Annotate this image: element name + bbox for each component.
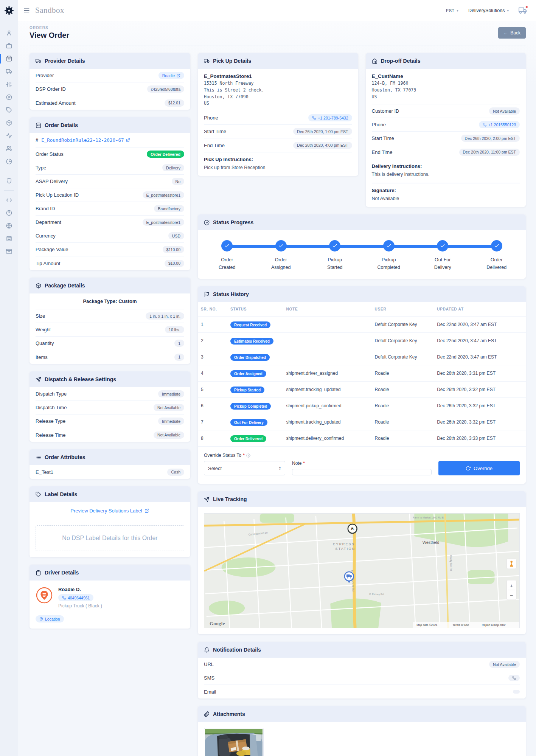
sidebar-item-truck[interactable] [0,65,18,78]
map-report-link[interactable]: Report a map error [482,623,506,627]
row-label: Start Time [372,135,394,141]
archive-icon [6,248,12,255]
check-icon [386,243,392,248]
timezone-dropdown[interactable]: EST ▾ [446,8,458,13]
sidebar-item-pie-chart[interactable] [0,155,18,168]
sidebar-item-archive[interactable] [0,245,18,258]
org-dropdown[interactable]: DeliverySolutions ▾ [468,8,509,13]
driver-phone-link[interactable]: 4049644961 [58,594,93,601]
row-label: Package Value [36,247,68,252]
delivery-notifications-button[interactable] [519,6,527,15]
row-label: DSP Order ID [36,86,66,92]
sidebar-item-compass[interactable] [0,91,18,104]
driver-marker[interactable]: -R- [348,524,357,533]
logo-icon [5,6,14,15]
override-status-select[interactable]: Select ▲▼ [204,461,285,475]
orders-bag-icon [6,56,12,62]
sidebar-item-user[interactable] [0,26,18,39]
truck-icon [36,58,41,64]
step-check-circle [275,240,287,251]
status-badge: Pickup Started [230,387,264,393]
preview-label-link[interactable]: Preview Delivery Solutions Label [70,508,149,514]
dispatch-release-card: Dispatch & Release Settings Dispatch Typ… [30,371,190,442]
integrations-icon [6,236,12,242]
detail-row: DepartmentE_postmatesstore1 [36,216,184,229]
card-title: Status Progress [213,219,253,225]
row-value-pill: Order Delivered [147,151,184,158]
sidebar-item-shield[interactable] [0,174,18,187]
status-history-row: 6Pickup Completedshipment.pickup_confirm… [198,398,526,414]
row-label: Dispatch Type [36,391,67,397]
detail-row: Start TimeDec 26th 2020, 1:00 pm EST [204,125,352,138]
row-label: Size [36,313,45,319]
progress-step: OrderCreated [200,240,254,271]
order-details-card: Order Details # E_RoundRobinRule22-12-20… [30,117,190,270]
home-icon [372,58,378,64]
pegman-control[interactable] [506,559,516,569]
info-icon [246,453,250,458]
card-title: Package Details [45,283,85,289]
row-label: Brand ID [36,206,55,211]
status-history-row: 3Order DispatchedDefult Corporate KeyDec… [198,349,526,365]
status-history-row: 4Order Assignedshipment.driver_assignedR… [198,365,526,382]
detail-row: Size1 in. x 1 in. x 1 in. [36,309,184,323]
row-value-pill: $10.00 [165,260,184,267]
sidebar-item-globe[interactable] [0,219,18,232]
detail-row: Order StatusOrder Delivered [36,147,184,161]
road-label: Hardy Toll Rd [449,555,452,571]
detail-row: SMS [204,671,520,685]
override-button[interactable]: Override [438,461,520,475]
row-value-pill: 1 in. x 1 in. x 1 in. [146,312,184,320]
card-title: Attachments [213,711,245,717]
sidebar-item-users[interactable] [0,142,18,155]
sliders-icon [6,81,12,87]
signature-label: Signature: [372,188,520,193]
select-arrows-icon: ▲▼ [279,466,281,471]
dropoff-address: 124-B, FM 1960 Houston, TX 77073 US [372,80,520,100]
order-number-link[interactable]: E_RoundRobinRule22-12-2020-67 [41,137,130,143]
package-type: Package Type: Custom [36,293,184,309]
card-title: Label Details [45,491,77,497]
sidebar-divider [4,190,14,191]
app-logo[interactable] [0,0,18,21]
detail-row: Estimated Amount$12.01 [36,96,184,110]
navigation-icon [204,497,210,502]
page-content: ORDERS View Order ← Back Provider Detail… [18,21,536,756]
map-label-westfield: Westfield [423,540,440,545]
status-progress-track: OrderCreatedOrderAssignedPickupStartedPi… [198,230,526,279]
label-details-card: Label Details Preview Delivery Solutions… [30,486,190,557]
external-link-icon [177,74,180,78]
step-check-circle [221,240,233,251]
map-terms-link[interactable]: Terms of Use [452,623,469,627]
row-label: Order Status [36,151,64,157]
sidebar-item-package[interactable] [0,116,18,129]
driver-location-button[interactable]: Location [36,615,64,622]
sidebar-item-orders-bag[interactable] [0,52,18,65]
detail-row: End TimeDec 26th 2020, 4:00 pm EST [204,138,352,152]
dropoff-phone-link[interactable]: +1 2015550123 [479,121,520,128]
menu-toggle[interactable] [23,7,30,14]
tracking-map[interactable]: Cypresswood Dr Farm to Market 1960 Rd E … [204,513,520,628]
provider-link[interactable]: Roadie [158,72,184,79]
detail-row: Release TimeNot Available [36,428,184,442]
status-history-row: 8Order Deliveredshipment.delivery_confir… [198,430,526,447]
back-button[interactable]: ← Back [498,27,526,39]
phone-icon [512,676,516,680]
zoom-out-button[interactable]: − [510,592,513,598]
sidebar-item-sliders[interactable] [0,78,18,91]
sidebar-item-briefcase[interactable] [0,39,18,52]
shield-icon [6,178,12,184]
progress-step: PickupStarted [308,240,362,271]
sidebar-nav [0,21,18,258]
order-attributes-card: Order Attributes E_Test1Cash [30,449,190,479]
progress-step: Out ForDelivery [416,240,470,271]
sms-phone-pill[interactable] [508,675,520,681]
sidebar-item-activity[interactable] [0,129,18,142]
sidebar-item-tag[interactable] [0,104,18,116]
override-note-input[interactable] [292,469,432,475]
pickup-phone-link[interactable]: +1 201-789-5432 [308,114,352,121]
pickup-photo-thumbnail[interactable] [204,728,264,756]
sidebar-item-code[interactable] [0,194,18,206]
sidebar-item-help[interactable] [0,206,18,219]
sidebar-item-integrations[interactable] [0,232,18,245]
